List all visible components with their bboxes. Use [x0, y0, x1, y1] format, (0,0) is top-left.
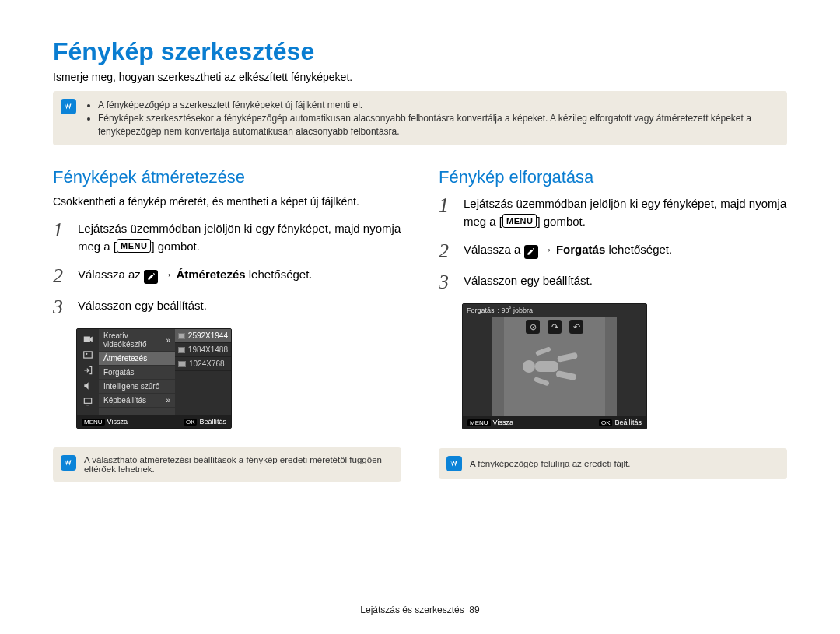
step-text: Válassza az → Átméretezés lehetőséget. [78, 266, 313, 286]
note-icon [61, 99, 76, 114]
rotate-section: Fénykép elforgatása 1 Lejátszás üzemmódb… [439, 167, 787, 503]
value-item-selected: 2592X1944 [175, 329, 231, 343]
menu-button-glyph: MENU [117, 239, 151, 254]
image-icon [81, 348, 95, 362]
share-icon [81, 363, 95, 377]
svg-rect-9 [534, 377, 550, 386]
menu-glyph-icon: MENU [467, 419, 491, 426]
step-number: 1 [439, 195, 456, 230]
rotate-off-icon: ⊘ [526, 320, 540, 334]
step-text: Lejátszás üzemmódban jelöljön ki egy fén… [464, 195, 787, 230]
step-number: 2 [53, 266, 70, 286]
rotate-heading: Fénykép elforgatása [439, 167, 787, 187]
menu-glyph-icon: MENU [82, 419, 105, 426]
resize-heading: Fényképek átméretezése [53, 167, 401, 187]
menu-item: Forgatás [99, 366, 175, 380]
chevron-right-icon: » [166, 396, 170, 405]
note-item: Fényképek szerkesztésekor a fényképezőgé… [98, 112, 775, 138]
step-text: Válasszon egy beállítást. [464, 272, 593, 292]
edit-icon [524, 245, 538, 259]
svg-rect-3 [84, 398, 91, 403]
rotate-left-icon: ↶ [569, 320, 583, 334]
menu-item-selected: Átméretezés [99, 352, 175, 366]
thumb-icon [178, 361, 186, 367]
note-item: A fényképezőgép a szerkesztett fényképek… [98, 99, 775, 112]
menu-item: Kreatív videókészítő» [99, 329, 175, 352]
ok-glyph-icon: OK [599, 419, 613, 426]
person-silhouette-icon [512, 347, 597, 386]
note-icon [61, 455, 76, 471]
step-text: Lejátszás üzemmódban jelöljön ki egy fén… [78, 220, 401, 255]
ok-glyph-icon: OK [184, 419, 198, 426]
top-note-box: A fényképezőgép a szerkesztett fényképek… [53, 91, 787, 145]
display-icon [81, 394, 95, 408]
svg-rect-7 [555, 370, 576, 380]
lcd-bottom-bar: MENUVissza OKBeállítás [77, 415, 231, 428]
resize-subtext: Csökkentheti a fénykép méretét, és menth… [53, 195, 401, 208]
step-number: 3 [53, 297, 70, 317]
step-number: 3 [439, 272, 456, 292]
step-number: 2 [439, 241, 456, 261]
note-icon [446, 456, 462, 471]
note-text: A fényképezőgép felülírja az eredeti fáj… [470, 459, 631, 468]
sound-icon [81, 379, 95, 393]
lcd-bottom-bar: MENUVissza OKBeállítás [463, 416, 646, 429]
lcd-photo-area: ⊘ ↷ ↶ [463, 317, 646, 416]
thumb-icon [178, 347, 185, 353]
lcd-resize-screenshot: Kreatív videókészítő» Átméretezés Forgat… [76, 328, 232, 429]
rotate-right-icon: ↷ [548, 320, 562, 334]
svg-rect-5 [535, 361, 558, 372]
lcd-rotate-screenshot: Forgatás : 90˚ jobbra ⊘ ↷ ↶ [462, 303, 647, 429]
lcd-values-list: 2592X1944 1984X1488 1024X768 [175, 329, 231, 415]
page-title: Fénykép szerkesztése [53, 37, 787, 66]
svg-rect-6 [557, 352, 578, 363]
menu-item: Intelligens szűrő [99, 380, 175, 394]
lcd-sidebar [77, 329, 99, 415]
value-item: 1984X1488 [175, 343, 231, 357]
svg-rect-8 [535, 347, 551, 356]
step-text: Válasszon egy beállítást. [78, 297, 207, 317]
step-text: Válassza a → Forgatás lehetőséget. [464, 241, 672, 261]
top-note-list: A fényképezőgép a szerkesztett fényképek… [84, 99, 775, 138]
lcd-menu-list: Kreatív videókészítő» Átméretezés Forgat… [99, 329, 175, 415]
chevron-right-icon: » [166, 336, 170, 345]
thumb-icon [178, 333, 185, 339]
edit-icon [144, 270, 158, 284]
intro-text: Ismerje meg, hogyan szerkesztheti az elk… [53, 71, 787, 83]
rotate-footnote: A fényképezőgép felülírja az eredeti fáj… [439, 448, 787, 479]
svg-point-2 [86, 353, 87, 355]
step-number: 1 [53, 220, 70, 255]
resize-footnote: A választható átméretezési beállítások a… [53, 447, 401, 482]
value-item: 1024X768 [175, 357, 231, 371]
svg-rect-1 [84, 352, 93, 358]
rotate-options-icons: ⊘ ↷ ↶ [526, 320, 583, 334]
movie-icon [81, 332, 95, 346]
lcd-topbar: Forgatás : 90˚ jobbra [463, 304, 646, 317]
resize-section: Fényképek átméretezése Csökkentheti a fé… [53, 167, 401, 503]
svg-point-4 [523, 360, 535, 373]
menu-button-glyph: MENU [502, 214, 537, 229]
page-footer: Lejátszás és szerkesztés 89 [0, 604, 840, 615]
menu-item: Képbeállítás» [99, 394, 175, 408]
svg-rect-0 [84, 337, 90, 342]
note-text: A választható átméretezési beállítások a… [84, 455, 389, 474]
